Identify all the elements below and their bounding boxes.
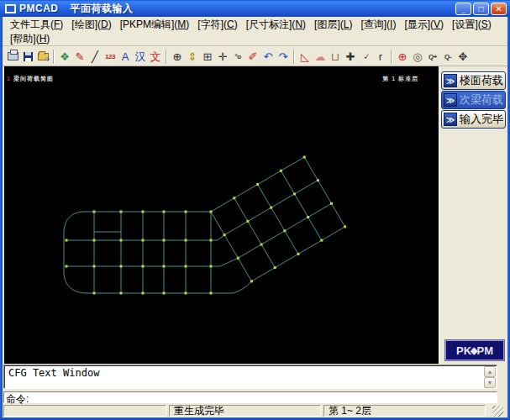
export-icon[interactable] [35,49,50,65]
menu-item-D[interactable]: [绘图](D) [67,17,115,33]
maximize-button[interactable]: □ [473,3,489,15]
scroll-down-button[interactable]: ▼ [484,377,496,388]
erase-icon[interactable]: ✐ [245,49,260,65]
app-name: PMCAD [19,3,59,14]
menu-bar: 文件工具(F)[绘图](D)[PKPM编辑](M)[字符](C)[尺寸标注](N… [3,17,507,46]
chevron-icon: ≫ [444,93,457,107]
menu-item-H[interactable]: [帮助](H) [6,31,54,47]
sidebar-button-label: 输入完毕 [460,112,503,127]
chinese-char-icon[interactable]: 汉 [133,49,148,65]
sidebar-button-label: 楼面荷载 [460,73,503,88]
title-bar[interactable]: PMCAD 平面荷载输入 _ □ ✕ [0,0,510,17]
toolbar-separator [166,50,167,64]
status-bar: 重生成完毕 第 1~ 2层 [3,405,507,417]
break-icon[interactable]: ✚ [343,49,358,65]
drawing-canvas[interactable]: 1梁间荷载简图 第 1 标准层 [4,66,439,364]
menu-item-L[interactable]: [图层](L) [310,17,356,33]
redo-icon[interactable]: ↷ [276,49,291,65]
scroll-up-button[interactable]: ▲ [484,366,496,377]
minimize-button[interactable]: _ [455,3,471,15]
close-button[interactable]: ✕ [491,3,507,15]
canvas-layer-label: 第 1 标准层 [382,75,418,83]
floor-plan-drawing [4,66,439,364]
zoom-out-icon[interactable]: Q- [440,49,455,65]
target-icon[interactable]: ⊕ [170,49,185,65]
box-icon[interactable]: ⊔ [328,49,343,65]
chevron-icon: ≫ [444,74,457,87]
print-icon[interactable] [5,49,20,65]
palette-icon[interactable]: ❖ [57,49,72,65]
font-icon[interactable]: A [118,49,133,65]
brush-icon[interactable]: ✎ [72,49,87,65]
numbers-icon[interactable]: 123 [103,49,118,65]
pan-icon[interactable]: ✥ [455,49,471,65]
sidebar-button-1[interactable]: ≫楼面荷载 [441,71,506,90]
updown-arrow-icon[interactable]: ⇕ [185,49,200,65]
move-icon[interactable]: ✛ [215,49,230,65]
menu-row-2: [帮助](H) [6,32,504,46]
window-border-left [0,15,3,420]
grid-icon[interactable]: ⊞ [200,49,215,65]
shape-icon[interactable]: ◺ [297,49,313,65]
sidebar-button-3[interactable]: ≫输入完毕 [441,110,506,129]
menu-item-M[interactable]: [PKPM编辑](M) [116,17,194,33]
save-icon[interactable] [20,49,35,65]
charset-icon[interactable]: 文 [148,49,163,65]
menu-item-V[interactable]: [显示](V) [400,17,448,33]
toolbar: ❖✎╱123A汉文⊕⇕⊞✛°o✐↶↷◺☁⊔✚-∕r⊕◎Q+Q-✥ [3,47,507,66]
status-panel-empty [3,405,166,417]
app-icon [5,4,16,13]
cfg-text-window-title: CFG Text Window [8,367,99,379]
undo-icon[interactable]: ↶ [260,49,276,65]
toolbar-separator [391,50,392,64]
pkpm-logo: PK◆PM [445,340,504,360]
zoom-in-icon[interactable]: Q+ [425,49,440,65]
zoom-extents-icon[interactable]: ⊕ [395,49,410,65]
status-layer-range: 第 1~ 2层 [323,405,486,417]
cfg-text-window[interactable]: CFG Text Window ▲ ▼ [3,365,497,389]
sidebar-button-label: 次梁荷载 [460,92,503,108]
right-menu-panel: ≫楼面荷载≫次梁荷载≫输入完毕 PK◆PM [439,66,507,364]
trim-icon[interactable]: -∕ [358,49,373,65]
zoom-dynamic-icon[interactable]: ◎ [410,49,425,65]
window-title: 平面荷载输入 [71,2,134,16]
menu-item-C[interactable]: [字符](C) [193,17,241,33]
fillet-icon[interactable]: r [373,49,388,65]
status-message: 重生成完毕 [169,405,321,417]
toolbar-separator [293,50,295,64]
snap-icon[interactable]: °o [230,49,245,65]
line-icon[interactable]: ╱ [87,49,103,65]
cloud-icon[interactable]: ☁ [313,49,328,65]
chevron-icon: ≫ [444,113,457,126]
menu-row-1: 文件工具(F)[绘图](D)[PKPM编辑](M)[字符](C)[尺寸标注](N… [6,18,504,32]
canvas-title-label: 1梁间荷载简图 [7,75,54,83]
menu-item-N[interactable]: [尺寸标注](N) [242,17,310,33]
toolbar-separator [53,50,55,64]
sidebar-button-2[interactable]: ≫次梁荷载 [441,91,506,109]
command-line[interactable]: 命令: [3,391,497,403]
menu-item-S[interactable]: [设置](S) [448,17,496,33]
resize-grip[interactable] [492,406,503,417]
menu-item-I[interactable]: [查询](I) [356,17,400,33]
